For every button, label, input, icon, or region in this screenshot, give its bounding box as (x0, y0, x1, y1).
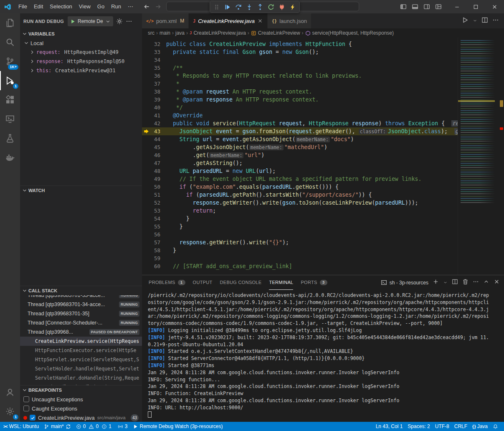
layout-sidebar-toggle[interactable] (398, 0, 409, 13)
line-gutter[interactable]: 48 (142, 167, 166, 175)
code-line[interactable]: 42 public void service(HttpRequest reque… (142, 119, 458, 127)
close-button[interactable] (485, 0, 504, 13)
menu-more[interactable]: ⋯ (124, 0, 137, 13)
debug-settings-gear[interactable] (116, 18, 123, 25)
git-branch-status[interactable]: main* (41, 422, 73, 431)
terminal-select[interactable]: sh - 3p-resources (381, 279, 428, 286)
indentation-status[interactable]: Spaces: 2 (405, 422, 432, 431)
tab-pom-xml[interactable]: </>pom.xmlM (142, 13, 189, 28)
layout-grid-toggle[interactable] (433, 0, 444, 13)
code-line[interactable]: 54 } (142, 215, 458, 223)
code-line[interactable]: 55 } (142, 223, 458, 231)
sidebar-more-actions[interactable] (126, 18, 132, 25)
code-line[interactable]: 47 .getAsString(); (142, 159, 458, 167)
breakpoints-section-header[interactable]: BREAKPOINTS (20, 385, 142, 395)
code-line[interactable]: 49 // If the event object URL matches a … (142, 175, 458, 183)
code-line[interactable]: 37 * (142, 80, 458, 88)
breadcrumb-item[interactable]: main (160, 30, 170, 36)
launch-config-select[interactable]: Remote De (68, 16, 113, 26)
call-stack-thread[interactable]: Thread [qtp399683701-33-acce...RUNNING (20, 295, 142, 300)
code-line[interactable]: 32public class CreateLinkPreview impleme… (142, 40, 458, 48)
kill-terminal-button[interactable] (462, 279, 469, 286)
start-debug-icon[interactable] (70, 19, 76, 24)
line-gutter[interactable]: 41 (142, 112, 166, 119)
forward-button[interactable] (155, 3, 162, 10)
line-gutter[interactable]: 58 (142, 246, 166, 254)
menu-view[interactable]: View (76, 0, 94, 13)
code-line[interactable]: 40 */ (142, 104, 458, 112)
panel-tab-output[interactable]: OUTPUT (193, 275, 213, 290)
run-dropdown[interactable] (473, 17, 477, 25)
tab-launch-json[interactable]: {}launch.json (268, 13, 312, 28)
code-line[interactable]: 56 (142, 231, 458, 238)
encoding-status[interactable]: UTF-8 (433, 422, 452, 431)
call-stack-thread[interactable]: Thread [Connector-Scheduler-...RUNNING (20, 318, 142, 327)
panel-tab-problems[interactable]: PROBLEMS1 (149, 275, 185, 290)
line-gutter[interactable]: 43 (142, 127, 166, 135)
line-gutter[interactable]: 34 (142, 56, 166, 64)
code-line[interactable]: 41 @Override (142, 112, 458, 119)
line-gutter[interactable]: 32 (142, 40, 166, 48)
panel-tab-ports[interactable]: PORTS3 (301, 275, 327, 290)
line-gutter[interactable]: 52 (142, 199, 166, 207)
line-gutter[interactable]: 54 (142, 215, 166, 223)
code-line[interactable]: 34 (142, 56, 458, 64)
line-gutter[interactable]: 49 (142, 175, 166, 183)
call-stack-thread[interactable]: Thread [qtp399683701-34-acce...RUNNING (20, 300, 142, 309)
line-gutter[interactable]: 38 (142, 88, 166, 96)
disconnect-button[interactable] (276, 2, 287, 12)
call-stack-thread[interactable]: Thread [qtp399683701-35]RUNNING (20, 309, 142, 318)
code-line[interactable]: 38 * @param request An HTTP request cont… (142, 88, 458, 96)
activity-explorer[interactable] (0, 13, 20, 33)
line-gutter[interactable]: 42 (142, 119, 166, 127)
code-line[interactable]: 51 if (parsedURL.getPath().startsWith("/… (142, 191, 458, 199)
language-mode[interactable]: { }Java (470, 422, 490, 431)
cursor-position[interactable]: Ln 43, Col 1 (373, 422, 405, 431)
variable-row[interactable]: this:CreateLinkPreview@31 (20, 66, 142, 75)
variables-scope-local[interactable]: Local (20, 38, 142, 48)
code-line[interactable]: 33 private static final Gson gson = new … (142, 48, 458, 56)
activity-extensions[interactable] (0, 90, 20, 109)
menu-file[interactable]: File (15, 0, 30, 13)
forwarded-ports-status[interactable]: 3 (115, 422, 130, 431)
line-gutter[interactable]: 36 (142, 72, 166, 80)
run-button[interactable] (462, 17, 469, 25)
line-gutter[interactable]: 59 (142, 254, 166, 262)
code-line[interactable]: 43 JsonObject event = gson.fromJson(requ… (142, 127, 458, 135)
code-line[interactable]: 53 return; (142, 207, 458, 215)
line-gutter[interactable]: 46 (142, 151, 166, 159)
step-out-button[interactable] (255, 2, 266, 12)
activity-search[interactable] (0, 33, 20, 52)
line-gutter[interactable]: 39 (142, 96, 166, 104)
step-over-button[interactable] (233, 2, 244, 12)
line-gutter[interactable]: 55 (142, 223, 166, 231)
notifications-bell[interactable] (490, 422, 501, 431)
new-terminal-button[interactable] (433, 279, 439, 286)
line-gutter[interactable]: 44 (142, 135, 166, 143)
close-panel-button[interactable] (494, 279, 500, 286)
code-line[interactable]: 36 * Responds to any HTTP request relate… (142, 72, 458, 80)
line-gutter[interactable]: 45 (142, 143, 166, 151)
variable-row[interactable]: response:HttpResponseImpl@50 (20, 57, 142, 66)
call-stack-frame[interactable]: ScopedHandler.handle(String,Reques (20, 383, 142, 385)
tab-createlinkpreview-java[interactable]: JCreateLinkPreview.java (189, 13, 268, 28)
activity-account[interactable] (0, 383, 20, 402)
activity-docker[interactable] (0, 148, 20, 167)
tab-close-icon[interactable] (257, 18, 263, 24)
breakpoint-row[interactable]: Caught Exceptions (20, 404, 142, 413)
layout-secondary-toggle[interactable] (421, 0, 433, 13)
call-stack-frame[interactable]: CreateLinkPreview.service(HttpReques (20, 337, 142, 346)
menu-go[interactable]: Go (94, 0, 108, 13)
code-line[interactable]: 52 response.getWriter().write(gson.toJso… (142, 199, 458, 207)
bolt-button[interactable] (287, 2, 298, 12)
code-line[interactable]: 46 .get(memberName:"url") (142, 151, 458, 159)
terminal[interactable]: /pierrick/.m2/repository/io/cloudevents/… (142, 290, 504, 422)
call-stack-section-header[interactable]: CALL STACK (20, 286, 142, 295)
minimap[interactable] (458, 38, 498, 275)
step-into-button[interactable] (244, 2, 255, 12)
panel-more-actions[interactable] (473, 279, 479, 286)
code-line[interactable]: 39 * @param response An HTTP response co… (142, 96, 458, 104)
restart-button[interactable] (266, 2, 276, 12)
maximize-button[interactable] (466, 0, 485, 13)
code-line[interactable]: 50 if ("example.com".equals(parsedURL.ge… (142, 183, 458, 191)
